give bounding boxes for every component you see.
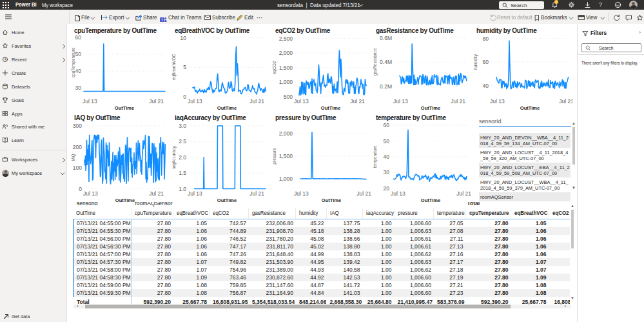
svg-text:2,500: 2,500 bbox=[279, 35, 293, 42]
svg-text:Jul 13: Jul 13 bbox=[83, 190, 98, 197]
svg-text:OutTime: OutTime bbox=[421, 105, 440, 111]
svg-text:humidity by OutTime: humidity by OutTime bbox=[476, 27, 537, 34]
svg-text:40: 40 bbox=[384, 154, 390, 160]
svg-text:1,000: 1,000 bbox=[279, 79, 293, 85]
svg-text:Jul 21: Jul 21 bbox=[149, 190, 164, 197]
svg-text:OutTime: OutTime bbox=[520, 105, 540, 111]
svg-text:cpuTemperature by OutTime: cpuTemperature by OutTime bbox=[74, 27, 157, 34]
svg-text:100: 100 bbox=[73, 165, 82, 171]
svg-text:5: 5 bbox=[183, 64, 186, 70]
svg-text:30: 30 bbox=[75, 85, 82, 91]
svg-text:1.0: 1.0 bbox=[179, 186, 186, 192]
svg-text:0.4M: 0.4M bbox=[380, 59, 392, 65]
svg-text:Jul 13: Jul 13 bbox=[294, 190, 309, 197]
svg-text:Jul 21: Jul 21 bbox=[249, 190, 264, 197]
svg-text:80: 80 bbox=[483, 35, 489, 42]
svg-text:eqBreathVOC by OutTime: eqBreathVOC by OutTime bbox=[175, 27, 250, 34]
svg-text:OutTime: OutTime bbox=[321, 105, 340, 111]
svg-text:300: 300 bbox=[73, 123, 82, 129]
svg-text:Jul 21: Jul 21 bbox=[356, 190, 371, 197]
svg-text:0: 0 bbox=[183, 94, 186, 100]
svg-text:50: 50 bbox=[384, 138, 390, 145]
svg-text:60: 60 bbox=[483, 59, 489, 65]
svg-text:10: 10 bbox=[181, 35, 187, 41]
svg-text:1,000: 1,000 bbox=[279, 176, 293, 182]
svg-text:30: 30 bbox=[384, 169, 390, 176]
svg-text:pressure by OutTime: pressure by OutTime bbox=[275, 114, 337, 121]
svg-text:eqBreathVOC: eqBreathVOC bbox=[171, 54, 177, 80]
svg-text:OutTime: OutTime bbox=[217, 105, 237, 111]
svg-text:Jul 13: Jul 13 bbox=[294, 98, 309, 105]
svg-text:60: 60 bbox=[384, 122, 390, 128]
svg-text:40: 40 bbox=[75, 68, 82, 74]
svg-text:gasResistance by OutTime: gasResistance by OutTime bbox=[376, 27, 454, 34]
svg-text:2,000: 2,000 bbox=[279, 50, 293, 56]
svg-text:50: 50 bbox=[75, 51, 82, 57]
svg-text:Jul 13: Jul 13 bbox=[83, 98, 97, 105]
svg-text:humidity: humidity bbox=[473, 54, 478, 70]
svg-text:Jul 21: Jul 21 bbox=[456, 190, 471, 197]
svg-text:1,500: 1,500 bbox=[279, 153, 293, 159]
svg-text:Jul 21: Jul 21 bbox=[350, 98, 365, 105]
svg-text:Jul 21: Jul 21 bbox=[559, 98, 572, 105]
svg-text:temperature by OutTime: temperature by OutTime bbox=[376, 114, 447, 121]
svg-text:0: 0 bbox=[79, 186, 82, 192]
svg-text:2.0: 2.0 bbox=[179, 154, 186, 161]
svg-text:Jul 13: Jul 13 bbox=[188, 190, 202, 197]
svg-text:temperature: temperature bbox=[373, 145, 378, 168]
svg-text:Jul 13: Jul 13 bbox=[188, 98, 202, 105]
svg-text:iaqAccuracy: iaqAccuracy bbox=[171, 146, 177, 169]
svg-text:eqCO2: eqCO2 bbox=[272, 61, 277, 74]
svg-text:IAQ: IAQ bbox=[71, 154, 76, 161]
svg-text:pressure: pressure bbox=[272, 148, 277, 165]
svg-text:Jul 13: Jul 13 bbox=[490, 98, 505, 105]
svg-text:2.5: 2.5 bbox=[179, 138, 186, 145]
svg-text:gasResistance: gasResistance bbox=[373, 48, 378, 75]
svg-text:60: 60 bbox=[75, 34, 82, 41]
svg-text:Jul 13: Jul 13 bbox=[393, 98, 408, 105]
svg-text:iaqAccuracy by OutTime: iaqAccuracy by OutTime bbox=[175, 114, 246, 121]
svg-text:200: 200 bbox=[73, 144, 82, 150]
svg-text:20: 20 bbox=[384, 185, 390, 192]
svg-text:3.0: 3.0 bbox=[179, 123, 186, 129]
svg-text:1,500: 1,500 bbox=[279, 65, 293, 71]
svg-text:1.5: 1.5 bbox=[179, 170, 186, 176]
svg-text:cpuTemperature: cpuTemperature bbox=[71, 47, 76, 77]
svg-text:500: 500 bbox=[284, 94, 293, 100]
svg-text:Jul 13: Jul 13 bbox=[391, 190, 405, 197]
svg-text:eqCO2 by OutTime: eqCO2 by OutTime bbox=[275, 27, 331, 34]
svg-text:40: 40 bbox=[483, 83, 489, 89]
svg-text:2,000: 2,000 bbox=[279, 130, 293, 137]
svg-text:0.6M: 0.6M bbox=[380, 35, 392, 41]
svg-text:0.2M: 0.2M bbox=[380, 83, 392, 90]
svg-text:Jul 21: Jul 21 bbox=[149, 98, 164, 105]
svg-text:IAQ by OutTime: IAQ by OutTime bbox=[74, 114, 121, 121]
svg-text:Jul 21: Jul 21 bbox=[249, 98, 264, 105]
svg-text:Jul 21: Jul 21 bbox=[451, 98, 465, 105]
svg-text:OutTime: OutTime bbox=[115, 105, 134, 111]
